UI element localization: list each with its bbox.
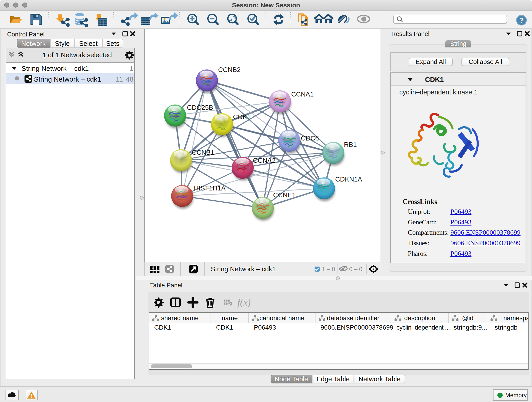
svg-text:CCNE1: CCNE1 — [273, 191, 296, 199]
svg-text:CDK1: CDK1 — [233, 113, 251, 121]
svg-text:CDC25B: CDC25B — [187, 104, 213, 111]
svg-text:CCNA2: CCNA2 — [253, 157, 275, 164]
svg-text:CDKN1A: CDKN1A — [335, 176, 362, 183]
svg-text:1 – 0: 1 – 0 — [322, 266, 335, 273]
svg-text:f(x): f(x) — [237, 297, 251, 308]
svg-text:CCNB1: CCNB1 — [192, 149, 214, 156]
svg-text:RB1: RB1 — [344, 141, 357, 148]
svg-text:HIST1H1A: HIST1H1A — [194, 185, 226, 192]
svg-text:0 – 0: 0 – 0 — [349, 266, 362, 273]
svg-text:CCNA1: CCNA1 — [291, 90, 314, 98]
svg-text:String Network – cdk1: String Network – cdk1 — [211, 265, 276, 273]
svg-text:CDC6: CDC6 — [301, 134, 319, 142]
svg-text:CCNB2: CCNB2 — [218, 66, 241, 73]
